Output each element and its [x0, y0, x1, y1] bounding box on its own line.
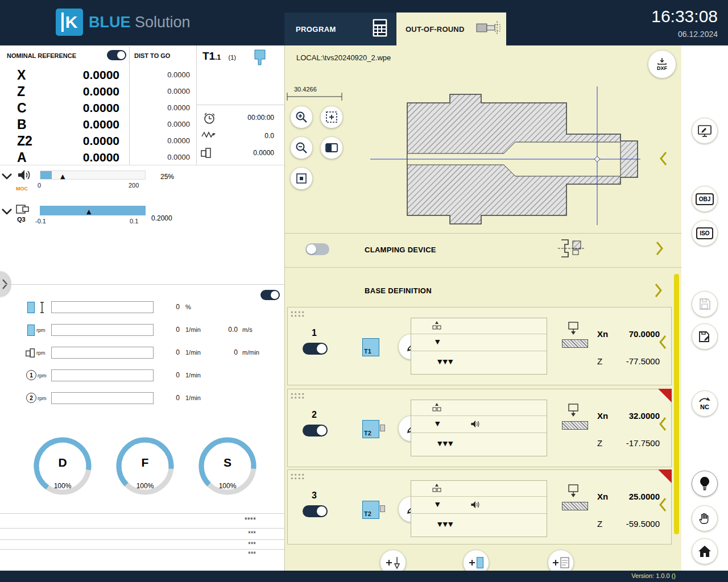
dropdown-row[interactable]: ▼▼▼	[411, 514, 547, 537]
save-as-button[interactable]	[692, 323, 718, 350]
q3-min: -0.1	[35, 218, 46, 225]
alert-corner	[658, 389, 672, 402]
add-tool-button[interactable]	[380, 550, 406, 571]
chevron-down-icon[interactable]	[1, 207, 13, 217]
feed-section-toggle[interactable]	[260, 290, 280, 300]
feed-input-3[interactable]	[51, 369, 154, 381]
drag-handle[interactable]	[290, 310, 305, 318]
dropdown-row[interactable]: ▼	[411, 416, 547, 433]
drawing-collapse-chevron[interactable]	[659, 151, 667, 168]
spindle-slider[interactable]	[40, 171, 146, 180]
zoom-out-button[interactable]	[290, 136, 313, 159]
dropdown-row[interactable]: ▼	[411, 334, 547, 351]
drag-handle[interactable]	[290, 392, 305, 400]
screen-edit-icon	[697, 124, 712, 138]
axis-name: Z2	[17, 133, 32, 149]
row-collapse-chevron[interactable]	[659, 335, 667, 352]
row-collapse-chevron[interactable]	[659, 497, 667, 514]
tool-icon	[254, 49, 266, 68]
feed-input-4[interactable]	[51, 392, 154, 404]
center-view-button[interactable]	[290, 167, 313, 190]
sound-monitor-icon	[470, 500, 481, 512]
insert-icon	[477, 557, 483, 568]
scrollbar[interactable]	[674, 274, 679, 534]
row-enable-toggle[interactable]	[303, 425, 328, 436]
dropdown-row[interactable]	[411, 400, 547, 416]
gauge-s[interactable]: S 100%	[196, 434, 259, 498]
status-row: ***	[216, 530, 256, 538]
dropdown-row[interactable]: ▼▼▼	[411, 433, 547, 456]
dropdown-row[interactable]: ▼	[411, 497, 547, 514]
slider-pointer[interactable]: ▲	[86, 208, 91, 215]
slider-pointer[interactable]: ▲	[60, 173, 65, 180]
stock-icon	[562, 421, 588, 430]
divider	[196, 105, 284, 105]
gauge-letter: F	[113, 456, 177, 469]
clamping-device-toggle[interactable]	[305, 243, 329, 255]
chevron-down-icon[interactable]	[1, 172, 13, 182]
toggle-knob	[271, 291, 279, 299]
clamping-expand-chevron[interactable]	[656, 241, 664, 258]
axis-row: Z 0.0000 0.0000	[0, 84, 196, 99]
axis-dist: 0.0000	[135, 133, 190, 149]
dropdown-row[interactable]	[411, 481, 547, 497]
q3-max: 0.1	[130, 218, 138, 225]
nc-transfer-button[interactable]: NC	[692, 390, 718, 417]
tool-timer: 00:00:00	[223, 114, 274, 122]
logo-letter: K	[61, 13, 78, 32]
obj-view-button[interactable]: OBJ	[692, 186, 718, 212]
touch-mode-button[interactable]	[692, 505, 718, 531]
dropdown-row[interactable]: ▼▼▼	[411, 351, 547, 374]
light-mode-button[interactable]	[692, 471, 718, 497]
z-value: -77.5000	[610, 356, 660, 366]
xn-value: 25.0000	[610, 492, 660, 501]
row-enable-toggle[interactable]	[303, 343, 328, 355]
feed-input-2[interactable]	[51, 347, 154, 359]
dxf-export-button[interactable]: DXF	[648, 50, 676, 78]
tab-program[interactable]: PROGRAM	[284, 13, 396, 45]
zoom-fit-icon	[325, 110, 338, 124]
triple-down-icon: ▼▼▼	[437, 521, 453, 528]
gauge-d[interactable]: D 100%	[31, 434, 94, 498]
gauge-f[interactable]: F 100%	[113, 434, 177, 498]
tool-config-dropdown[interactable]: ▼ ▼▼▼	[411, 318, 547, 375]
feed-value: 0	[158, 371, 180, 379]
dropdown-arrow-icon: ▼	[435, 501, 440, 508]
z-label: Z	[597, 438, 602, 448]
home-button[interactable]	[692, 538, 718, 564]
add-insert-button[interactable]	[463, 550, 489, 571]
q3-icon	[16, 203, 30, 217]
tool-config-dropdown[interactable]: ▼ ▼▼▼	[411, 480, 547, 537]
add-note-button[interactable]	[548, 550, 574, 571]
nominal-actual-toggle[interactable]	[107, 50, 126, 60]
zoom-fit-button[interactable]	[320, 106, 343, 128]
row-collapse-chevron[interactable]	[659, 417, 667, 434]
base-definition-chevron[interactable]	[655, 283, 663, 300]
display-mode-button[interactable]	[320, 136, 343, 159]
feed-input-0[interactable]	[51, 301, 154, 313]
hand-pointer-icon	[698, 512, 712, 525]
tool-attachment-icon	[380, 425, 385, 431]
zoom-in-button[interactable]	[290, 106, 313, 128]
row-enable-toggle[interactable]	[303, 505, 328, 517]
tab-out-of-round[interactable]: OUT-OF-ROUND	[396, 13, 506, 45]
chevron-left-icon	[659, 417, 667, 431]
feed-value: 0	[158, 303, 180, 311]
tool-icon: T2	[362, 420, 379, 438]
iso-view-button[interactable]: ISO	[692, 220, 718, 246]
toggle-knob	[307, 244, 316, 254]
dropdown-row[interactable]	[411, 318, 547, 334]
axis-value: 0.0000	[46, 84, 119, 99]
drag-handle[interactable]	[290, 473, 305, 480]
display-mode-icon	[325, 141, 338, 155]
feed-input-1[interactable]	[51, 324, 154, 336]
dist-to-go-label: DIST TO GO	[134, 52, 170, 59]
q3-slider[interactable]	[40, 206, 146, 215]
axis-row: A 0.0000 0.0000	[0, 149, 196, 165]
gauge-pct: 100%	[31, 482, 94, 490]
toggle-knob	[117, 51, 125, 59]
screen-edit-button[interactable]	[692, 118, 718, 144]
feed-value2: 0.0	[210, 326, 238, 334]
triple-down-icon: ▼▼▼	[437, 358, 453, 365]
tool-config-dropdown[interactable]: ▼ ▼▼▼	[411, 400, 547, 456]
